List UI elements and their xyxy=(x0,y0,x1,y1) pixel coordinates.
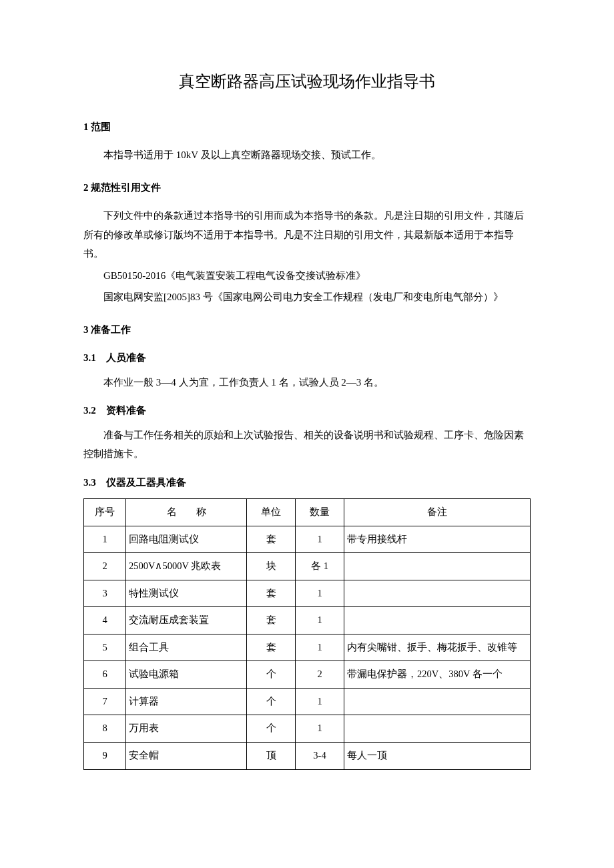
document-title: 真空断路器高压试验现场作业指导书 xyxy=(83,67,531,97)
cell-remark xyxy=(344,580,531,607)
cell-name: 交流耐压成套装置 xyxy=(126,607,247,634)
document-page: 真空断路器高压试验现场作业指导书 1 范围 本指导书适用于 10kV 及以上真空… xyxy=(0,0,614,868)
cell-unit: 套 xyxy=(247,634,296,661)
cell-name: 计算器 xyxy=(126,688,247,715)
cell-name: 试验电源箱 xyxy=(126,661,247,689)
cell-remark: 带专用接线杆 xyxy=(344,526,531,553)
cell-index: 6 xyxy=(84,661,126,689)
table-row: 1 回路电阻测试仪 套 1 带专用接线杆 xyxy=(84,526,531,553)
cell-qty: 1 xyxy=(296,688,344,715)
cell-index: 7 xyxy=(84,688,126,715)
section-2-paragraph-3: 国家电网安监[2005]83 号《国家电网公司电力安全工作规程（发电厂和变电所电… xyxy=(83,288,531,307)
header-remark: 备注 xyxy=(344,499,531,526)
cell-qty: 1 xyxy=(296,715,344,743)
header-name: 名称 xyxy=(126,499,247,526)
cell-remark xyxy=(344,688,531,715)
header-qty: 数量 xyxy=(296,499,344,526)
cell-name: 特性测试仪 xyxy=(126,580,247,607)
table-row: 6 试验电源箱 个 2 带漏电保护器，220V、380V 各一个 xyxy=(84,661,531,689)
cell-qty: 3-4 xyxy=(296,743,344,770)
cell-qty: 2 xyxy=(296,661,344,689)
table-body: 1 回路电阻测试仪 套 1 带专用接线杆 2 2500V∧5000V 兆欧表 块… xyxy=(84,526,531,769)
cell-unit: 套 xyxy=(247,580,296,607)
cell-index: 8 xyxy=(84,715,126,743)
cell-index: 5 xyxy=(84,634,126,661)
section-3-3-heading: 3.3 仪器及工器具准备 xyxy=(83,473,531,492)
cell-name: 组合工具 xyxy=(126,634,247,661)
cell-index: 2 xyxy=(84,553,126,580)
equipment-table: 序号 名称 单位 数量 备注 1 回路电阻测试仪 套 1 带专用接线杆 2 25… xyxy=(83,498,531,769)
cell-unit: 个 xyxy=(247,661,296,689)
cell-qty: 1 xyxy=(296,607,344,634)
table-row: 9 安全帽 顶 3-4 每人一顶 xyxy=(84,743,531,770)
cell-unit: 套 xyxy=(247,607,296,634)
cell-qty: 1 xyxy=(296,526,344,553)
header-index: 序号 xyxy=(84,499,126,526)
header-name-text: 名称 xyxy=(147,506,226,517)
cell-unit: 个 xyxy=(247,715,296,743)
section-1-heading: 1 范围 xyxy=(83,117,531,137)
section-3-1-paragraph: 本作业一般 3—4 人为宜，工作负责人 1 名，试验人员 2—3 名。 xyxy=(83,373,531,392)
cell-qty: 1 xyxy=(296,580,344,607)
section-2-paragraph-2: GB50150-2016《电气装置安装工程电气设备交接试验标准》 xyxy=(83,266,531,286)
cell-name: 安全帽 xyxy=(126,743,247,770)
table-row: 2 2500V∧5000V 兆欧表 块 各 1 xyxy=(84,553,531,580)
table-row: 4 交流耐压成套装置 套 1 xyxy=(84,607,531,634)
table-header-row: 序号 名称 单位 数量 备注 xyxy=(84,499,531,526)
cell-name: 回路电阻测试仪 xyxy=(126,526,247,553)
header-unit: 单位 xyxy=(247,499,296,526)
cell-remark: 带漏电保护器，220V、380V 各一个 xyxy=(344,661,531,689)
cell-unit: 顶 xyxy=(247,743,296,770)
cell-unit: 块 xyxy=(247,553,296,580)
section-3-heading: 3 准备工作 xyxy=(83,320,531,340)
table-row: 5 组合工具 套 1 内有尖嘴钳、扳手、梅花扳手、改锥等 xyxy=(84,634,531,661)
cell-remark xyxy=(344,715,531,743)
cell-index: 4 xyxy=(84,607,126,634)
section-3-1-heading: 3.1 人员准备 xyxy=(83,348,531,368)
cell-name: 万用表 xyxy=(126,715,247,743)
cell-unit: 套 xyxy=(247,526,296,553)
cell-remark: 每人一顶 xyxy=(344,743,531,770)
section-2-heading: 2 规范性引用文件 xyxy=(83,178,531,197)
section-1-paragraph: 本指导书适用于 10kV 及以上真空断路器现场交接、预试工作。 xyxy=(83,145,531,165)
cell-index: 1 xyxy=(84,526,126,553)
cell-remark xyxy=(344,607,531,634)
cell-qty: 各 1 xyxy=(296,553,344,580)
cell-index: 3 xyxy=(84,580,126,607)
section-3-2-paragraph: 准备与工作任务相关的原始和上次试验报告、相关的设备说明书和试验规程、工序卡、危险… xyxy=(83,426,531,464)
cell-remark xyxy=(344,553,531,580)
cell-qty: 1 xyxy=(296,634,344,661)
cell-unit: 个 xyxy=(247,688,296,715)
section-3-2-heading: 3.2 资料准备 xyxy=(83,401,531,420)
table-row: 3 特性测试仪 套 1 xyxy=(84,580,531,607)
section-2-paragraph-1: 下列文件中的条款通过本指导书的引用而成为本指导书的条款。凡是注日期的引用文件，其… xyxy=(83,206,531,264)
cell-index: 9 xyxy=(84,743,126,770)
cell-name: 2500V∧5000V 兆欧表 xyxy=(126,553,247,580)
cell-remark: 内有尖嘴钳、扳手、梅花扳手、改锥等 xyxy=(344,634,531,661)
table-row: 8 万用表 个 1 xyxy=(84,715,531,743)
table-row: 7 计算器 个 1 xyxy=(84,688,531,715)
